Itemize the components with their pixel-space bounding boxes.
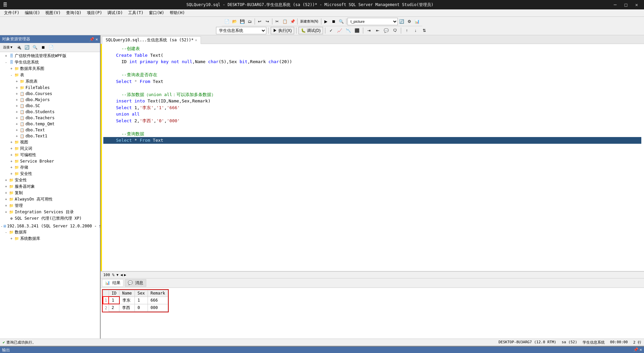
expander-synonyms[interactable]: + [9, 147, 14, 150]
save-all-btn[interactable]: 🗂 [246, 18, 254, 25]
expander-text[interactable]: + [14, 128, 19, 132]
tree-node-synonyms[interactable]: + 📁 同义词 [1, 145, 99, 152]
tree-node-courses[interactable]: + 📋 dbo.Courses [1, 91, 99, 97]
new-query-btn[interactable]: 📄 [223, 18, 230, 25]
menu-edit[interactable]: 编辑(E) [22, 9, 43, 16]
expander-text1[interactable]: + [14, 134, 19, 138]
tree-node-teachers[interactable]: + 📋 dbo.Teachers [1, 115, 99, 121]
expander-courses[interactable]: + [14, 92, 19, 96]
expander-tables[interactable]: - [9, 73, 14, 77]
expander-databases[interactable]: - [3, 230, 9, 234]
expander-views[interactable]: + [9, 140, 14, 144]
db-dropdown[interactable]: 学生信息系统 [216, 27, 266, 34]
new-query-btn2[interactable]: 新建查询(N) [299, 18, 320, 25]
output-close-btn[interactable]: ✕ [640, 347, 642, 353]
expander-serverobj[interactable]: + [3, 185, 9, 188]
oe-pin-btn[interactable]: 📌 [89, 37, 94, 42]
show-statistics[interactable]: 📉 [345, 27, 352, 34]
save-btn[interactable]: 💾 [238, 18, 246, 25]
menu-debug[interactable]: 调试(D) [105, 9, 125, 16]
toolbar-btn-5[interactable]: ▶ [322, 18, 330, 25]
expander-alwayson[interactable]: + [3, 197, 9, 201]
maximize-button[interactable]: □ [621, 1, 631, 8]
menu-file[interactable]: 文件(F) [1, 9, 22, 16]
toolbar-btn-8[interactable]: 🔄 [398, 18, 406, 25]
minimize-button[interactable]: ─ [610, 1, 620, 8]
expander-sysdbs[interactable]: + [9, 237, 14, 240]
db-dropdown2[interactable]: t_picture [347, 18, 398, 25]
oe-close-btn[interactable]: ✕ [96, 37, 98, 42]
expander-student[interactable]: - [3, 60, 9, 64]
expander-servicebroker[interactable]: + [9, 160, 14, 163]
expander-storage[interactable]: + [9, 166, 14, 169]
uncomment-btn[interactable]: 🗨 [391, 27, 399, 34]
tree-node-remote[interactable]: - 🖥 192.168.3.241 (SQL Server 12.0.2000 … [1, 223, 99, 229]
code-editor[interactable]: --创建表 Create Table Text( ID int primary … [101, 44, 644, 271]
tree-node-tables[interactable]: - 📁 表 [1, 72, 99, 78]
parse-btn[interactable]: ✓ [327, 27, 335, 34]
paste-btn[interactable]: 📌 [289, 18, 296, 25]
oe-refresh-btn[interactable]: 🔄 [23, 44, 31, 51]
tree-node-sc[interactable]: + 📋 dbo.SC [1, 103, 99, 109]
result-tab-results[interactable]: 📊 结果 [102, 279, 123, 287]
tree-node-filetables[interactable]: + 📁 FileTables [1, 85, 99, 91]
sort-desc-btn[interactable]: ↓ [412, 27, 419, 34]
debug-btn[interactable]: 🐛 调试(D) [299, 27, 323, 34]
expander-filetables[interactable]: + [14, 86, 19, 90]
outdent-btn[interactable]: ⇤ [374, 27, 381, 34]
expander-teachers[interactable]: + [14, 116, 19, 120]
tree-node-servicebroker[interactable]: + 📁 Service Broker [1, 158, 99, 164]
expander-wpf[interactable]: + [3, 54, 9, 58]
tree-node-student[interactable]: - 🗄 学生信息系统 [1, 59, 99, 65]
menu-project[interactable]: 项目(P) [84, 9, 105, 16]
expander-security[interactable]: + [3, 178, 9, 182]
tree-node-text[interactable]: + 📋 dbo.Text [1, 127, 99, 133]
indent-btn[interactable]: ⇥ [365, 27, 373, 34]
tab-close-btn[interactable]: ✕ [195, 38, 197, 42]
zoom-dropdown-btn[interactable]: ▼ [116, 273, 119, 277]
zoom-scroll-left[interactable]: ◀ [120, 273, 123, 277]
expander-students[interactable]: + [14, 110, 19, 114]
result-tab-message[interactable]: 💬 消息 [125, 279, 146, 287]
expander-replication[interactable]: + [3, 191, 9, 195]
toolbar-btn-10[interactable]: 📊 [414, 18, 421, 25]
toolbar-btn-6[interactable]: ⏹ [330, 18, 337, 25]
expander-majors[interactable]: + [14, 98, 19, 102]
redo-btn[interactable]: ↪ [264, 18, 271, 25]
tree-node-replication[interactable]: + 📁 复制 [1, 190, 99, 196]
menu-view[interactable]: 视图(V) [43, 9, 63, 16]
tree-node-sqlagent[interactable]: ⚙ SQL Server 代理(已禁用代理 XP) [1, 215, 99, 222]
tree-node-integration[interactable]: + 📁 Integration Services 目录 [1, 209, 99, 215]
oe-disconnect-btn[interactable]: 🔌 [15, 44, 23, 51]
toolbar-btn-9[interactable]: ⚙ [406, 18, 413, 25]
execute-btn[interactable]: ▶ 执行(X) [271, 27, 294, 34]
tree-node-alwayson[interactable]: + 📁 AlwaysOn 高可用性 [1, 196, 99, 203]
tree-node-majors[interactable]: + 📋 dbo.Majors [1, 97, 99, 103]
tree-node-dbdiagram[interactable]: + 📁 数据库关系图 [1, 65, 99, 72]
editor-tab-active[interactable]: SQLQuery10.sql...生信息系统 (sa (52))* ✕ [102, 36, 201, 44]
menu-window[interactable]: 窗口(W) [146, 9, 167, 16]
tree-node-systables[interactable]: + 📁 系统表 [1, 78, 99, 85]
comment-btn[interactable]: 💬 [383, 27, 390, 34]
oe-filter-btn[interactable]: 🔍 [32, 44, 39, 51]
tree-node-students[interactable]: + 📋 dbo.Students [1, 109, 99, 115]
tree-node-sysdbs[interactable]: + 📁 系统数据库 [1, 235, 99, 242]
expander-security2[interactable]: + [9, 172, 14, 176]
include-actual-plan[interactable]: 📈 [336, 27, 343, 34]
tree-node-wpf[interactable]: + 🗄 广信软件物流管理系统WPF版 [1, 53, 99, 59]
close-button[interactable]: ✕ [632, 1, 641, 8]
menu-help[interactable]: 帮助(H) [167, 9, 188, 16]
oe-new-query-btn[interactable]: 📄 [48, 44, 55, 51]
tree-node-programmability[interactable]: + 📁 可编程性 [1, 152, 99, 158]
tree-node-storage[interactable]: + 📁 存储 [1, 164, 99, 171]
expander-sc[interactable]: + [14, 104, 19, 108]
output-pin-btn[interactable]: 📌 [633, 347, 638, 353]
tree-node-views[interactable]: + 📁 视图 [1, 139, 99, 145]
expander-programmability[interactable]: + [9, 153, 14, 157]
zoom-scroll-right[interactable]: ▶ [124, 273, 126, 277]
tree-node-security2[interactable]: + 📁 安全性 [1, 171, 99, 177]
copy-btn[interactable]: 📋 [281, 18, 288, 25]
toolbar-btn-7[interactable]: 🔍 [338, 18, 345, 25]
expander-systables[interactable]: + [14, 80, 19, 83]
tree-node-serverobj[interactable]: + 📁 服务器对象 [1, 183, 99, 190]
